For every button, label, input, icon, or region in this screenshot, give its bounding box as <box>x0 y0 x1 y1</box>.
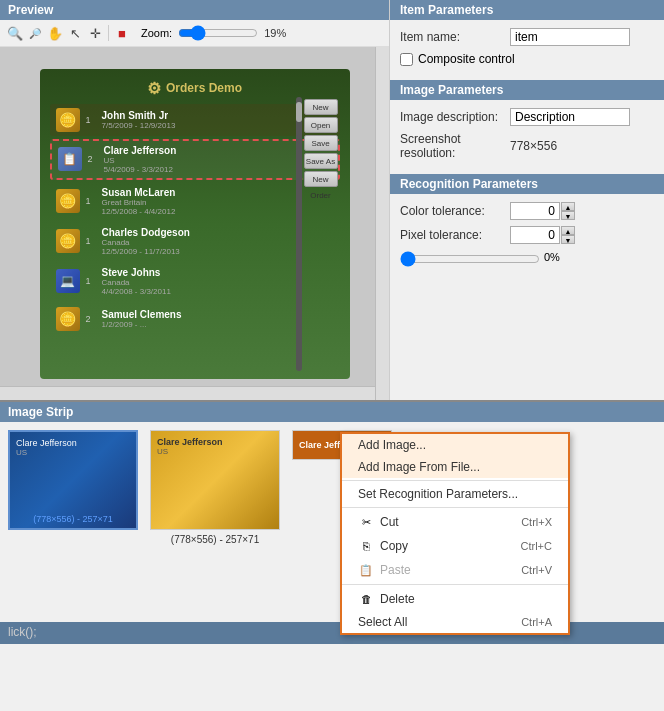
image-parameters-header: Image Parameters <box>390 80 664 100</box>
item-num: 2 <box>88 154 100 164</box>
color-tolerance-label: Color tolerance: <box>400 204 510 218</box>
preview-scroll-horizontal[interactable] <box>0 386 375 400</box>
ctx-select-all-shortcut: Ctrl+A <box>521 616 552 628</box>
ctx-paste[interactable]: 📋 Paste Ctrl+V <box>342 558 568 582</box>
cursor-icon[interactable]: ↖ <box>66 24 84 42</box>
color-tolerance-spinner-buttons: ▲ ▼ <box>561 202 575 220</box>
recognition-parameters-header: Recognition Parameters <box>390 174 664 194</box>
zoom-in-icon[interactable]: 🔎 <box>26 24 44 42</box>
app-open-button[interactable]: Open <box>304 117 338 133</box>
strip-item-1[interactable]: Clare Jefferson US (778×556) - 257×71 <box>8 430 138 530</box>
item-num: 1 <box>86 276 98 286</box>
strip-thumb-2-label: Clare Jefferson <box>157 437 223 447</box>
ctx-sep-2 <box>342 507 568 508</box>
zoom-out-icon[interactable]: 🔍 <box>6 24 24 42</box>
right-panel: Item Parameters Item name: Composite con… <box>390 0 664 400</box>
preview-header: Preview <box>0 0 389 20</box>
image-strip-area: Clare Jefferson US (778×556) - 257×71 Cl… <box>0 422 664 622</box>
ctx-copy-label: Copy <box>380 539 408 553</box>
app-title: Orders Demo <box>166 81 242 95</box>
ctx-set-recognition[interactable]: Set Recognition Parameters... <box>342 483 568 505</box>
app-new-button[interactable]: New <box>304 99 338 115</box>
color-tolerance-up[interactable]: ▲ <box>561 202 575 211</box>
item-coin-icon: 🪙 <box>56 307 80 331</box>
delete-icon: 🗑 <box>358 591 374 607</box>
tolerance-slider-row: 0% <box>400 250 654 264</box>
ctx-cut[interactable]: ✂ Cut Ctrl+X <box>342 510 568 534</box>
screenshot-res-value: 778×556 <box>510 139 557 153</box>
strip-thumb-2-sub: US <box>157 447 168 456</box>
screenshot-res-label: Screenshot resolution: <box>400 132 510 160</box>
strip-thumb-1-size: (778×556) - 257×71 <box>33 514 113 524</box>
item-pc-icon: 💻 <box>56 269 80 293</box>
image-desc-row: Image description: <box>400 108 654 126</box>
app-scrollbar[interactable] <box>296 97 302 371</box>
ctx-add-image-file[interactable]: Add Image From File... <box>342 456 568 478</box>
pixel-tolerance-spinner-buttons: ▲ ▼ <box>561 226 575 244</box>
ctx-select-all[interactable]: Select All Ctrl+A <box>342 611 568 633</box>
tolerance-slider[interactable] <box>400 254 540 264</box>
ctx-copy-shortcut: Ctrl+C <box>521 540 552 552</box>
zoom-slider[interactable] <box>178 26 258 40</box>
ctx-set-recognition-label: Set Recognition Parameters... <box>358 487 518 501</box>
context-menu: Add Image... Add Image From File... Set … <box>340 432 570 635</box>
screenshot-res-row: Screenshot resolution: 778×556 <box>400 132 654 160</box>
item-num: 1 <box>86 236 98 246</box>
crosshair-icon[interactable]: ✛ <box>86 24 104 42</box>
item-doc-icon: 📋 <box>58 147 82 171</box>
ctx-add-image[interactable]: Add Image... <box>342 434 568 456</box>
app-scroll-thumb[interactable] <box>296 102 302 122</box>
strip-thumb-2[interactable]: Clare Jefferson US <box>150 430 280 530</box>
image-strip-header: Image Strip <box>0 402 664 422</box>
ctx-add-image-label: Add Image... <box>358 438 426 452</box>
preview-scroll-vertical[interactable] <box>375 47 389 400</box>
pixel-tolerance-spinner: ▲ ▼ <box>510 226 575 244</box>
pixel-tolerance-up[interactable]: ▲ <box>561 226 575 235</box>
composite-label: Composite control <box>418 52 515 66</box>
ctx-copy[interactable]: ⎘ Copy Ctrl+C <box>342 534 568 558</box>
paste-icon: 📋 <box>358 562 374 578</box>
image-desc-label: Image description: <box>400 110 510 124</box>
ctx-sep-3 <box>342 584 568 585</box>
app-saveas-button[interactable]: Save As <box>304 153 338 169</box>
item-num: 1 <box>86 196 98 206</box>
pixel-tolerance-down[interactable]: ▼ <box>561 235 575 244</box>
preview-content: ⚙ Orders Demo 🪙 1 John Smith Jr 7/5/2009… <box>0 47 389 400</box>
preview-toolbar: 🔍 🔎 ✋ ↖ ✛ ■ Zoom: 19% <box>0 20 389 47</box>
image-parameters-section: Image description: Screenshot resolution… <box>390 100 664 174</box>
composite-row: Composite control <box>400 52 654 66</box>
strip-thumb-1-label: Clare Jefferson <box>16 438 77 448</box>
stop-icon[interactable]: ■ <box>113 24 131 42</box>
toolbar-separator <box>108 25 109 41</box>
app-neworder-button[interactable]: New Order <box>304 171 338 187</box>
item-parameters-header: Item Parameters <box>390 0 664 20</box>
app-buttons: New Open Save Save As New Order <box>304 99 338 187</box>
ctx-delete[interactable]: 🗑 Delete <box>342 587 568 611</box>
item-num: 1 <box>86 115 98 125</box>
app-preview: ⚙ Orders Demo 🪙 1 John Smith Jr 7/5/2009… <box>40 69 350 379</box>
tolerance-pct: 0% <box>544 251 560 263</box>
ctx-cut-label: Cut <box>380 515 399 529</box>
strip-thumb-1-sub: US <box>16 448 27 457</box>
ctx-paste-label: Paste <box>380 563 411 577</box>
image-desc-input[interactable] <box>510 108 630 126</box>
composite-checkbox[interactable] <box>400 53 413 66</box>
copy-icon: ⎘ <box>358 538 374 554</box>
strip-item-2[interactable]: Clare Jefferson US (778×556) - 257×71 <box>150 430 280 545</box>
pixel-tolerance-row: Pixel tolerance: ▲ ▼ <box>400 226 654 244</box>
item-parameters-section: Item name: Composite control <box>390 20 664 80</box>
pixel-tolerance-input[interactable] <box>510 226 560 244</box>
zoom-label: Zoom: <box>141 27 172 39</box>
color-tolerance-spinner: ▲ ▼ <box>510 202 575 220</box>
ctx-sep-1 <box>342 480 568 481</box>
strip-thumb-1[interactable]: Clare Jefferson US (778×556) - 257×71 <box>8 430 138 530</box>
item-name-input[interactable] <box>510 28 630 46</box>
color-tolerance-row: Color tolerance: ▲ ▼ <box>400 202 654 220</box>
item-name-row: Item name: <box>400 28 654 46</box>
hand-icon[interactable]: ✋ <box>46 24 64 42</box>
color-tolerance-down[interactable]: ▼ <box>561 211 575 220</box>
ctx-paste-shortcut: Ctrl+V <box>521 564 552 576</box>
color-tolerance-input[interactable] <box>510 202 560 220</box>
strip-item-2-size: (778×556) - 257×71 <box>171 534 259 545</box>
app-save-button[interactable]: Save <box>304 135 338 151</box>
